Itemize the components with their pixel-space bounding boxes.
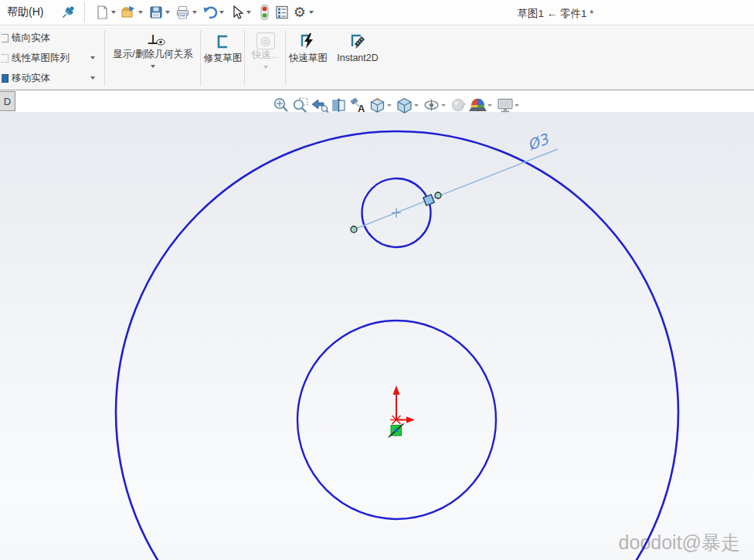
sketch-drawing: Ø3	[0, 112, 754, 560]
display-relations-dropdown[interactable]	[151, 65, 155, 68]
pushpin-icon	[61, 5, 76, 20]
zoom-to-area-button[interactable]	[290, 95, 310, 116]
dimension-handle-dot-left[interactable]	[351, 226, 357, 232]
section-view-icon	[330, 97, 348, 114]
linear-sketch-pattern-label: 线性草图阵列	[12, 52, 70, 65]
pin-toolbar-button[interactable]	[60, 4, 77, 21]
quick-snaps-button-disabled: ◎ 快速...	[246, 26, 284, 90]
display-relations-icon: ⊥	[107, 32, 199, 49]
instant2d-icon	[348, 32, 367, 51]
new-document-button[interactable]	[93, 2, 110, 22]
circle-center-cross[interactable]	[392, 209, 401, 218]
repair-sketch-icon	[214, 32, 233, 51]
open-folder-icon	[121, 5, 137, 20]
select-dropdown[interactable]	[246, 11, 251, 14]
instant2d-button[interactable]: Instant2D	[331, 26, 385, 90]
previous-view-icon	[311, 97, 329, 114]
move-entities-icon	[2, 74, 8, 83]
new-document-icon	[94, 5, 110, 20]
rapid-sketch-button[interactable]: 快速草图	[287, 26, 329, 90]
save-button[interactable]	[147, 2, 165, 22]
previous-view-button[interactable]	[310, 95, 329, 116]
instant2d-label: Instant2D	[331, 53, 385, 64]
menubar-separator	[84, 2, 85, 22]
coincident-relation-marker[interactable]	[389, 424, 404, 438]
mirror-entities-button[interactable]: 镜向实体	[0, 28, 104, 48]
settings-dropdown[interactable]	[309, 11, 314, 14]
view-settings-dropdown[interactable]	[515, 104, 519, 107]
undo-dropdown[interactable]	[219, 11, 224, 14]
apply-scene-button[interactable]	[468, 95, 487, 116]
new-document-dropdown[interactable]	[111, 11, 116, 14]
sketch-circle-outer[interactable]	[116, 131, 678, 560]
ribbon-separator	[244, 30, 245, 86]
heads-up-view-toolbar: A	[271, 94, 522, 116]
zoom-to-fit-button[interactable]	[271, 95, 290, 116]
apply-scene-icon	[469, 97, 487, 114]
linear-sketch-pattern-icon	[2, 54, 8, 63]
move-entities-dropdown[interactable]	[90, 76, 95, 80]
options-list-button[interactable]	[273, 2, 290, 22]
repair-sketch-button[interactable]: 修复草图	[202, 26, 243, 90]
undo-arrow-icon	[202, 5, 219, 20]
mirror-entities-label: 镜向实体	[12, 32, 50, 45]
zoom-to-fit-icon	[273, 97, 290, 114]
help-menu[interactable]: 帮助(H)	[7, 5, 43, 19]
rapid-sketch-icon	[298, 32, 318, 51]
partial-tab[interactable]: D	[0, 91, 15, 111]
settings-button[interactable]: ⚙	[290, 2, 308, 22]
section-view-button[interactable]	[329, 95, 348, 116]
move-entities-label: 移动实体	[12, 72, 50, 85]
view-settings-button[interactable]	[495, 95, 515, 116]
ribbon-separator	[200, 30, 201, 86]
sketch-tools-stack: 镜向实体 线性草图阵列 移动实体	[0, 28, 104, 88]
repair-sketch-label: 修复草图	[202, 53, 243, 64]
view-annotations-icon: A	[349, 97, 368, 114]
view-annotations-button[interactable]: A	[348, 95, 368, 116]
display-style-button[interactable]	[395, 95, 414, 116]
dimension-handle-dot-right[interactable]	[435, 192, 441, 199]
hide-show-items-button[interactable]	[422, 95, 441, 116]
rapid-sketch-label: 快速草图	[287, 53, 329, 64]
selection-filter-button[interactable]	[255, 2, 273, 22]
document-title: 草图1 ← 零件1 *	[489, 7, 622, 21]
quick-snaps-label: 快速...	[246, 49, 284, 61]
select-button[interactable]	[228, 2, 246, 22]
display-style-icon	[396, 97, 413, 114]
print-dropdown[interactable]	[192, 11, 197, 14]
gear-icon: ⚙	[294, 5, 306, 19]
linear-sketch-pattern-button[interactable]: 线性草图阵列	[0, 48, 104, 68]
move-entities-button[interactable]: 移动实体	[0, 68, 104, 88]
monitor-icon	[496, 97, 515, 114]
mirror-entities-icon	[2, 34, 8, 42]
command-manager-ribbon: 镜向实体 线性草图阵列 移动实体 ⊥ 显示/删除几何关系	[0, 26, 754, 90]
display-style-dropdown[interactable]	[414, 104, 419, 107]
dimension-leader-line[interactable]	[354, 149, 558, 229]
solidworks-window: 帮助(H)	[0, 0, 754, 560]
view-orientation-button[interactable]	[368, 95, 387, 116]
sketch-origin[interactable]	[390, 385, 415, 424]
open-document-dropdown[interactable]	[138, 11, 143, 14]
zoom-to-area-icon	[292, 97, 309, 114]
print-button[interactable]	[174, 2, 192, 22]
save-floppy-icon	[148, 5, 164, 20]
traffic-light-icon	[257, 4, 271, 21]
ribbon-separator	[104, 30, 105, 86]
properties-list-icon	[274, 5, 290, 20]
apply-scene-dropdown[interactable]	[487, 104, 492, 107]
quick-snaps-dropdown	[263, 66, 268, 69]
save-dropdown[interactable]	[165, 11, 170, 14]
select-cursor-icon	[229, 5, 245, 20]
display-relations-label: 显示/删除几何关系	[107, 49, 199, 60]
dimension-text[interactable]: Ø3	[525, 130, 552, 154]
graphics-area[interactable]: doodoit@暴走 Ø3	[0, 112, 754, 560]
display-delete-relations-button[interactable]: ⊥ 显示/删除几何关系	[107, 26, 199, 90]
open-document-button[interactable]	[120, 2, 138, 22]
eye-icon	[156, 39, 165, 46]
menu-bar: 帮助(H)	[0, 0, 754, 25]
linear-pattern-dropdown[interactable]	[90, 56, 95, 59]
undo-button[interactable]	[201, 2, 219, 22]
view-orientation-dropdown[interactable]	[387, 104, 392, 107]
dimension-attach-handle[interactable]	[423, 195, 434, 205]
hide-show-items-dropdown[interactable]	[441, 104, 446, 107]
